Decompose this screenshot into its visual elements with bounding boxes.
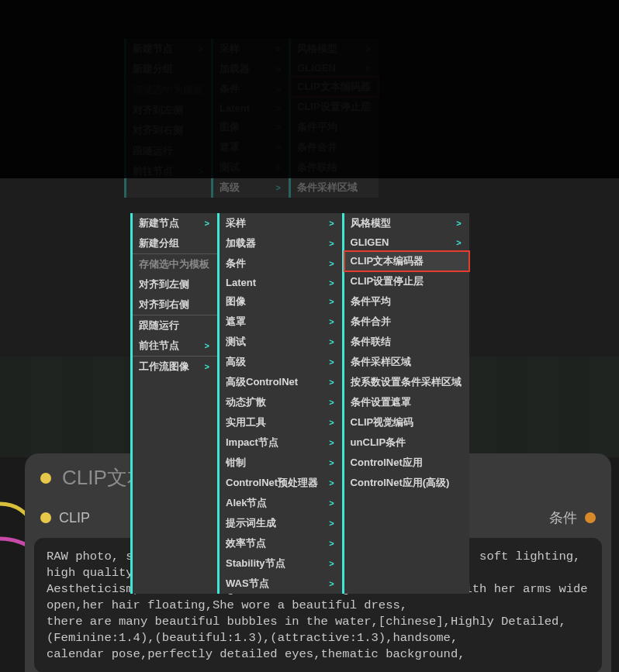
menu-item[interactable]: 采样> [220,213,342,233]
menu-item[interactable]: 条件联结 [344,332,469,352]
chevron-right-icon: > [329,357,334,367]
chevron-right-icon: > [329,418,334,427]
menu-item[interactable]: 条件采样区域 [344,352,469,372]
menu-item[interactable]: Latent> [220,274,342,291]
chevron-right-icon: > [205,362,209,371]
menu-item[interactable]: 测试> [220,332,342,352]
menu-item[interactable]: 按系数设置条件采样区域 [344,372,469,392]
menu-item[interactable]: 高级> [220,352,342,372]
chevron-right-icon: > [329,438,334,447]
chevron-right-icon: > [329,398,334,407]
menu-item[interactable]: 钳制> [220,453,342,473]
menu-item[interactable]: 条件采样区域 [291,177,379,198]
chevron-right-icon: > [456,238,461,247]
chevron-right-icon: > [329,297,334,306]
menu-item[interactable]: ControlNet应用(高级) [344,473,469,493]
menu-item[interactable]: 对齐到右侧 [133,295,217,315]
menu-item[interactable]: Alek节点> [220,493,342,513]
menu-item[interactable]: 前往节点> [133,336,217,356]
chevron-right-icon: > [205,219,209,228]
chevron-right-icon: > [276,183,281,192]
menu-item[interactable]: 跟随运行 [133,315,217,336]
chevron-right-icon: > [329,559,334,568]
menu-item[interactable]: CLIP设置停止层 [344,271,469,291]
menu-item[interactable]: 工作流图像> [133,356,217,377]
menu-col-main: 新建节点>新建分组存储选中为模板对齐到左侧对齐到右侧跟随运行前往节点>工作流图像… [130,213,217,594]
chevron-right-icon: > [205,341,209,350]
menu-item[interactable]: CLIP文本编码器 [344,251,469,271]
chevron-right-icon: > [329,219,334,228]
chevron-right-icon: > [329,539,334,548]
chevron-right-icon: > [329,519,334,528]
chevron-right-icon: > [456,219,461,228]
menu-item[interactable]: Stability节点> [220,553,342,574]
context-menu: 新建节点>新建分组存储选中为模板对齐到左侧对齐到右侧跟随运行前往节点>工作流图像… [130,213,469,594]
node-status-dot [40,473,51,484]
menu-item[interactable]: Impact节点> [220,432,342,453]
menu-item[interactable]: 条件平均 [344,291,469,312]
menu-item[interactable]: WAS节点> [220,574,342,594]
menu-item[interactable]: ControlNet预处理器> [220,473,342,493]
menu-item[interactable]: 效率节点> [220,533,342,553]
menu-col-category: 采样>加载器>条件>Latent>图像>遮罩>测试>高级>高级ControlNe… [217,213,342,594]
menu-item[interactable]: 条件设置遮罩 [344,392,469,412]
chevron-right-icon: > [329,458,334,467]
menu-item[interactable]: 风格模型> [344,213,469,233]
menu-item[interactable]: 条件> [220,253,342,274]
chevron-right-icon: > [329,317,334,326]
chevron-right-icon: > [329,478,334,488]
menu-item[interactable]: GLIGEN> [344,233,469,251]
chevron-right-icon: > [329,278,334,288]
chevron-right-icon: > [329,377,334,387]
chevron-right-icon: > [329,498,334,508]
input-port-clip[interactable]: CLIP [40,510,90,526]
menu-col-conditioning: 风格模型>GLIGEN>CLIP文本编码器CLIP设置停止层条件平均条件合并条件… [342,213,469,594]
menu-item[interactable]: 新建节点> [133,213,217,233]
menu-item[interactable]: 提示词生成> [220,513,342,533]
chevron-right-icon: > [329,579,334,588]
menu-item[interactable]: CLIP视觉编码 [344,412,469,432]
menu-item[interactable]: 动态扩散> [220,392,342,412]
port-dot-icon [585,512,596,523]
menu-item[interactable]: 高级> [213,177,289,198]
menu-item[interactable]: 对齐到左侧 [133,274,217,295]
chevron-right-icon: > [329,337,334,346]
menu-item[interactable]: 加载器> [220,233,342,253]
menu-item[interactable]: ControlNet应用 [344,453,469,473]
output-port-conditioning[interactable]: 条件 [549,508,596,527]
chevron-right-icon: > [329,259,334,268]
chevron-right-icon: > [329,239,334,248]
port-dot-icon [40,512,51,523]
menu-item[interactable]: 高级ControlNet> [220,372,342,392]
menu-item[interactable]: 条件合并 [344,312,469,332]
menu-item[interactable]: unCLIP条件 [344,432,469,453]
menu-item[interactable]: 图像> [220,291,342,312]
menu-item[interactable]: 新建分组 [133,233,217,253]
menu-item[interactable]: 遮罩> [220,312,342,332]
menu-item[interactable]: 存储选中为模板 [133,253,217,274]
menu-item[interactable]: 实用工具> [220,412,342,432]
